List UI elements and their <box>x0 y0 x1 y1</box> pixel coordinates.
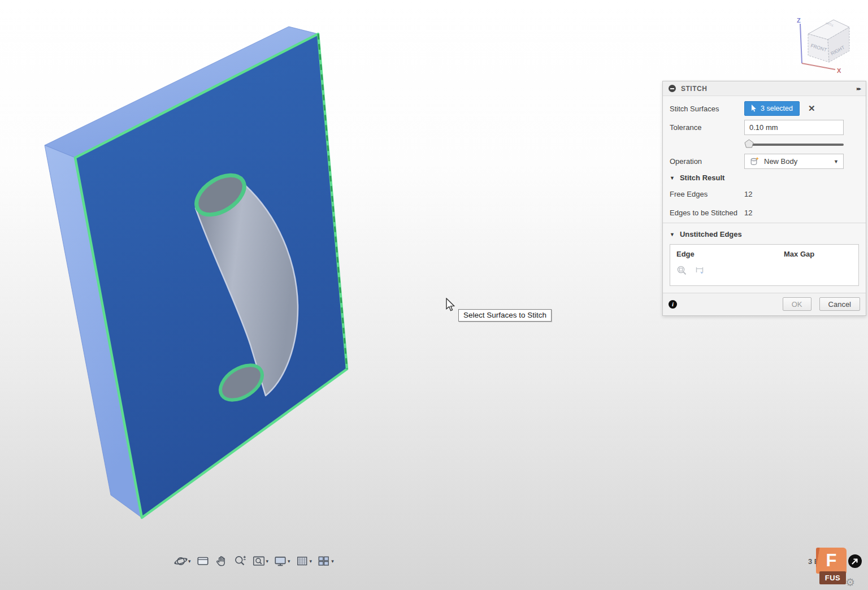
display-settings-button[interactable]: ▾ <box>274 554 290 568</box>
look-at-icon <box>196 554 210 568</box>
stitch-result-header[interactable]: ▼ Stitch Result <box>670 173 859 182</box>
fit-icon <box>252 554 266 568</box>
chevron-down-icon: ▾ <box>331 558 334 564</box>
cancel-button[interactable]: Cancel <box>819 297 860 311</box>
share-icon[interactable] <box>848 554 862 569</box>
free-edges-label: Free Edges <box>670 190 744 198</box>
pan-button[interactable] <box>215 554 228 568</box>
selection-button[interactable]: 3 selected <box>744 101 800 116</box>
tolerance-label: Tolerance <box>670 123 744 132</box>
stitch-surfaces-label: Stitch Surfaces <box>670 105 744 113</box>
zoom-icon <box>233 554 247 568</box>
3d-model-viewport[interactable] <box>0 0 396 543</box>
chevron-down-icon: ▾ <box>310 558 313 564</box>
operation-row: Operation New Body ▼ <box>670 154 859 169</box>
fit-button[interactable]: ▾ <box>252 554 269 568</box>
free-edges-value: 12 <box>744 190 752 198</box>
gear-icon[interactable]: ⚙ <box>845 576 855 589</box>
ok-button[interactable]: OK <box>783 297 811 311</box>
x-axis-label: X <box>837 67 841 74</box>
collapse-icon[interactable] <box>669 85 676 92</box>
tolerance-input[interactable] <box>744 120 844 135</box>
fusion-logo: F <box>816 548 847 574</box>
detach-dialog-icon[interactable]: ▸▸ <box>857 85 860 92</box>
unstitched-edges-table[interactable]: Edge Max Gap <box>670 244 859 286</box>
fusion-logo-letter: F <box>826 550 837 571</box>
pan-hand-icon <box>215 554 228 568</box>
stitch-surfaces-row: Stitch Surfaces 3 selected ✕ <box>670 101 859 116</box>
view-cube[interactable]: Z X FRONT RIGHT TOP <box>792 15 860 77</box>
mouse-cursor <box>446 298 458 314</box>
operation-value: New Body <box>764 157 797 166</box>
free-edges-row: Free Edges 12 <box>670 190 859 198</box>
info-icon[interactable]: i <box>669 300 677 309</box>
operation-select[interactable]: New Body ▼ <box>744 154 844 169</box>
z-axis-label: Z <box>797 17 801 24</box>
viewports-button[interactable]: ▾ <box>317 554 334 568</box>
chevron-down-icon: ▾ <box>266 558 269 564</box>
viewports-icon <box>317 554 331 568</box>
section-divider <box>663 223 866 223</box>
operation-label: Operation <box>670 157 744 166</box>
z-axis-line <box>800 24 802 63</box>
edges-to-stitch-row: Edges to be Stitched 12 <box>670 209 859 217</box>
dialog-body: Stitch Surfaces 3 selected ✕ Tolerance O… <box>663 96 866 286</box>
fusion-badge: FUS <box>819 571 846 584</box>
unstitched-edges-header[interactable]: ▼ Unstitched Edges <box>670 230 859 238</box>
unstitched-edges-title: Unstitched Edges <box>680 230 742 238</box>
table-header: Edge Max Gap <box>676 250 852 258</box>
zoom-to-edge-icon[interactable] <box>676 265 688 276</box>
display-settings-icon <box>274 554 287 568</box>
edge-column-header: Edge <box>676 250 784 258</box>
dialog-header[interactable]: STITCH ▸▸ <box>663 81 866 96</box>
selection-count: 3 selected <box>761 105 793 112</box>
max-gap-column-header: Max Gap <box>784 250 814 258</box>
table-tools <box>676 265 852 276</box>
clear-selection-icon[interactable]: ✕ <box>808 103 815 114</box>
dialog-footer: i OK Cancel <box>663 293 866 315</box>
navigation-toolbar: ▾ ▾ ▾ <box>174 552 334 570</box>
chevron-down-icon: ▾ <box>288 558 290 564</box>
chevron-down-icon: ▾ <box>188 558 191 564</box>
zoom-button[interactable] <box>233 554 247 568</box>
slider-handle[interactable] <box>744 139 754 148</box>
gap-measure-icon[interactable] <box>695 265 706 276</box>
grid-and-snaps-button[interactable]: ▾ <box>296 554 313 568</box>
stitch-result-title: Stitch Result <box>680 173 724 182</box>
section-caret-icon[interactable]: ▼ <box>670 175 675 181</box>
new-body-icon <box>749 157 760 167</box>
chevron-down-icon[interactable]: ▼ <box>834 159 839 164</box>
section-caret-icon[interactable]: ▼ <box>670 232 675 237</box>
stitch-dialog: STITCH ▸▸ Stitch Surfaces 3 selected ✕ T… <box>662 81 866 316</box>
tooltip: Select Surfaces to Stitch <box>458 309 552 322</box>
orbit-icon <box>174 554 188 568</box>
grid-icon <box>296 554 309 568</box>
orbit-button[interactable]: ▾ <box>174 554 191 568</box>
edges-to-stitch-value: 12 <box>744 209 752 217</box>
tolerance-row: Tolerance <box>670 120 859 135</box>
select-cursor-icon <box>751 105 757 112</box>
dialog-title: STITCH <box>681 85 707 93</box>
x-axis-line <box>802 63 835 70</box>
edges-to-stitch-label: Edges to be Stitched <box>670 209 744 217</box>
slider-track[interactable] <box>748 144 844 146</box>
look-at-button[interactable] <box>196 554 210 568</box>
tolerance-slider[interactable] <box>744 139 845 149</box>
